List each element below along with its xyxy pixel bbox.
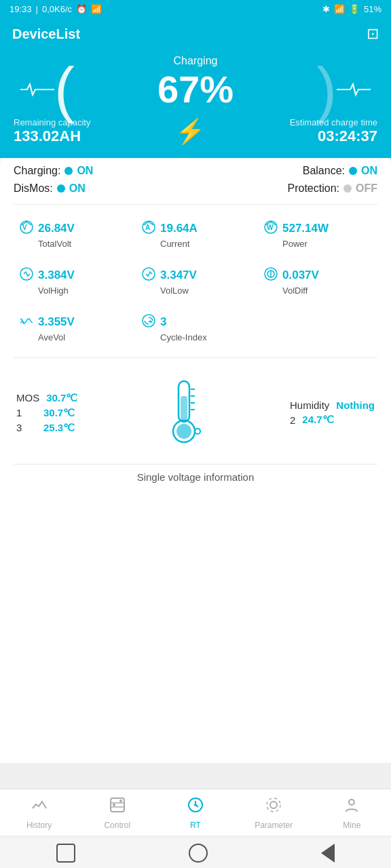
parameter-nav-label: Parameter — [255, 821, 293, 830]
remaining-capacity-value: 133.02AH — [14, 127, 90, 145]
totalvolt-label: TotalVolt — [19, 239, 71, 249]
cycle-index-value: 3 — [160, 315, 166, 329]
nav-item-parameter[interactable]: Parameter — [250, 796, 297, 830]
svg-point-33 — [349, 800, 354, 805]
svg-text:A: A — [145, 224, 150, 231]
history-nav-label: History — [26, 821, 52, 830]
svg-rect-14 — [181, 396, 187, 422]
remaining-capacity-label: Remaining capacity — [14, 117, 90, 127]
avevol-label: AveVol — [19, 332, 65, 342]
svg-point-26 — [119, 800, 122, 802]
power-label: Power — [263, 239, 308, 249]
single-voltage-section: Single voltage information — [14, 464, 377, 486]
control-nav-label: Control — [104, 821, 130, 830]
charging-status-item: Charging: ON — [14, 165, 93, 177]
svg-point-32 — [267, 798, 280, 812]
divider-2 — [14, 357, 377, 358]
estimated-charge-block: Estimated charge time 03:24:37 — [290, 117, 377, 145]
nav-item-mine[interactable]: Mine — [328, 796, 375, 830]
page-title: DeviceList — [12, 26, 80, 42]
status-indicators-row-1: Charging: ON Balance: ON — [14, 165, 377, 177]
protection-key: Protection: — [288, 182, 339, 195]
volhigh-value: 3.384V — [38, 269, 75, 282]
vollow-icon — [141, 267, 156, 284]
cycle-index-icon — [141, 313, 156, 331]
current-label: Current — [141, 239, 189, 249]
charging-key: Charging: — [14, 165, 60, 177]
estimated-charge-label: Estimated charge time — [290, 117, 377, 127]
humidity-2-value: 24.7℃ — [302, 414, 333, 426]
metric-cycle-index: 3 Cycle-Index — [136, 308, 255, 348]
history-nav-icon — [31, 796, 48, 818]
humidity-value: Nothing — [336, 399, 375, 411]
recent-apps-button[interactable] — [56, 844, 75, 863]
temp-1-row: 1 30.7℃ — [16, 407, 77, 419]
temp-3-row: 3 25.3℃ — [16, 422, 77, 434]
parameter-nav-icon — [265, 796, 282, 818]
bluetooth-icon: ✱ — [322, 4, 330, 14]
current-icon: A — [141, 220, 156, 237]
signal-bars-icon: 📶 — [334, 4, 345, 14]
svg-point-31 — [270, 802, 277, 808]
voldiff-label: VolDiff — [263, 285, 308, 296]
metric-voldiff: 0.037V VolDiff — [258, 261, 377, 301]
home-button[interactable] — [189, 844, 208, 863]
avevol-value: 3.355V — [38, 315, 75, 329]
divider-1 — [14, 204, 377, 205]
balance-status-item: Balance: ON — [303, 165, 377, 177]
temp-1-value: 30.7℃ — [43, 407, 75, 419]
charging-dot — [64, 167, 73, 175]
rt-nav-icon — [187, 796, 204, 818]
avevol-icon — [19, 313, 34, 331]
volhigh-label: VolHigh — [19, 285, 69, 296]
nav-item-control[interactable]: Control — [94, 796, 141, 830]
estimated-charge-value: 03:24:37 — [290, 127, 377, 145]
svg-text:V: V — [22, 224, 27, 231]
main-card: Charging: ON Balance: ON DisMos: ON Prot… — [0, 153, 391, 763]
volhigh-icon — [19, 267, 34, 284]
temp-1-key: 1 — [16, 407, 37, 418]
heartbeat-right-icon — [337, 81, 371, 98]
current-value: 19.64A — [160, 222, 198, 235]
metric-volhigh: 3.384V VolHigh — [14, 261, 133, 301]
temperature-section: MOS 30.7℃ 1 30.7℃ 3 25.3℃ — [14, 368, 377, 458]
control-nav-icon — [109, 796, 126, 818]
protection-status-item: Protection: OFF — [288, 182, 377, 195]
voldiff-value: 0.037V — [282, 269, 319, 282]
battery-percentage: 67% — [157, 68, 234, 111]
status-right: ✱ 📶 🔋 51% — [322, 4, 381, 14]
humidity-label: Humidity — [290, 399, 329, 411]
vollow-label: VolLow — [141, 285, 189, 296]
dismos-dot — [57, 184, 65, 193]
bracket-right: ) — [316, 59, 337, 120]
metric-avevol: 3.355V AveVol — [14, 308, 133, 348]
alarm-icon: ⏰ — [76, 4, 87, 14]
mine-nav-label: Mine — [343, 821, 360, 830]
vollow-value: 3.347V — [160, 269, 197, 282]
balance-value: ON — [361, 165, 377, 177]
separator: | — [36, 4, 38, 14]
system-navigation — [0, 838, 391, 868]
totalvolt-value: 26.84V — [38, 222, 75, 235]
remaining-capacity-block: Remaining capacity 133.02AH — [14, 117, 90, 145]
nav-item-rt[interactable]: RT — [172, 796, 219, 830]
svg-text:W: W — [267, 224, 274, 231]
svg-point-25 — [113, 804, 115, 806]
heartbeat-left-icon — [20, 81, 54, 98]
humidity-2-key: 2 — [290, 414, 295, 426]
bottom-navigation: History Control RT — [0, 789, 391, 835]
back-button[interactable] — [321, 844, 335, 863]
expand-icon[interactable]: ⊡ — [367, 25, 379, 43]
status-indicators-row-2: DisMos: ON Protection: OFF — [14, 182, 377, 195]
time-display: 19:33 — [10, 4, 32, 14]
voldiff-icon — [263, 267, 278, 284]
temp-mos-row: MOS 30.7℃ — [16, 392, 77, 404]
dismos-value: ON — [69, 182, 86, 195]
temperature-readings: MOS 30.7℃ 1 30.7℃ 3 25.3℃ — [16, 392, 77, 434]
temp-mos-value: 30.7℃ — [46, 392, 77, 404]
svg-point-16 — [176, 424, 191, 439]
nav-item-history[interactable]: History — [16, 796, 63, 830]
power-icon: W — [263, 220, 278, 237]
rt-nav-label: RT — [190, 821, 201, 830]
charging-value: ON — [77, 165, 93, 177]
